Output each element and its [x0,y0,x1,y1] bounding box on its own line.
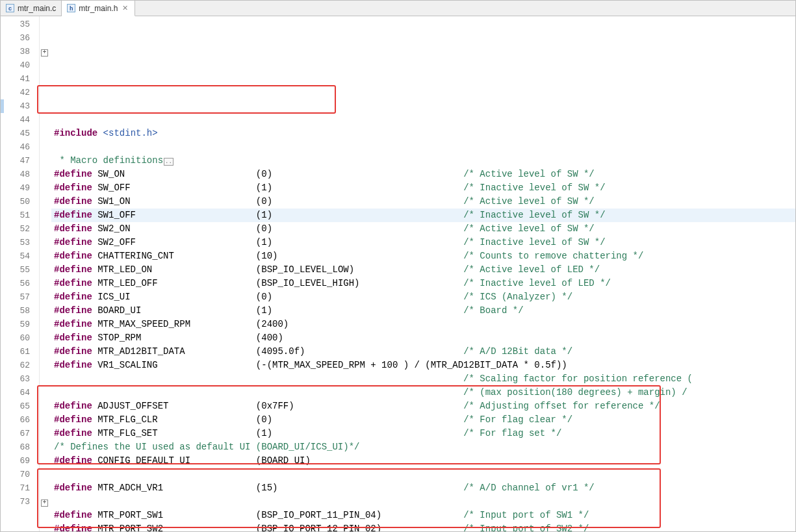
c-file-icon: c [6,4,14,12]
code-line[interactable]: #define CHATTERING_CNT (10) /* Counts to… [51,249,795,263]
code-area[interactable]: #include <stdint.h> * Macro definitions.… [51,16,795,531]
code-line[interactable]: #define MTR_PORT_SW1 (BSP_IO_PORT_11_PIN… [51,509,795,522]
h-file-icon: h [67,4,75,12]
code-line[interactable]: #define MTR_FLG_SET (1) /* For flag set … [51,427,795,440]
code-line[interactable]: #define VR1_SCALING (-(MTR_MAX_SPEED_RPM… [51,359,795,372]
code-line[interactable]: #define MTR_LED_OFF (BSP_IO_LEVEL_HIGH) … [51,277,795,290]
code-line[interactable]: #define SW1_ON (0) /* Active level of SW… [51,195,795,209]
tab-label: mtr_main.h [79,4,118,13]
fold-expand-icon[interactable]: + [41,49,48,57]
editor-window: c mtr_main.c h mtr_main.h ✕ 353638404142… [0,0,796,532]
code-line[interactable]: #define MTR_AD12BIT_DATA (4095.0f) /* A/… [51,345,795,359]
line-number-gutter: 3536384041424344454647484950515253545556… [1,16,40,531]
code-line[interactable]: #define ICS_UI (0) /* ICS (Analyzer) */ [51,290,795,304]
code-line[interactable] [51,495,795,509]
close-icon[interactable]: ✕ [121,4,129,12]
code-line[interactable]: #define SW_ON (0) /* Active level of SW … [51,168,795,181]
code-line[interactable]: #include <stdint.h> [51,127,795,140]
code-line[interactable]: #define ADJUST_OFFSET (0x7FF) /* Adjusti… [51,399,795,413]
code-line[interactable]: #define MTR_LED_ON (BSP_IO_LEVEL_LOW) /*… [51,263,795,277]
code-line[interactable] [51,140,795,154]
tab-label: mtr_main.c [18,4,56,13]
highlight-box-1 [37,85,336,114]
code-line[interactable]: #define MTR_FLG_CLR (0) /* For flag clea… [51,413,795,427]
code-line[interactable]: /* Defines the UI used as default UI (BO… [51,440,795,454]
fold-expand-icon[interactable]: + [41,500,48,507]
code-line[interactable]: #define SW1_OFF (1) /* Inactive level of… [51,209,795,222]
code-line[interactable]: #define SW2_ON (0) /* Active level of SW… [51,222,795,236]
code-line[interactable]: /* Scaling factor for position reference… [51,372,795,386]
code-line[interactable]: #define MTR_MAX_SPEED_RPM (2400) [51,318,795,331]
code-line[interactable]: /* (max position(180 degrees) + margin) … [51,386,795,399]
code-line[interactable]: * Macro definitions.. [51,154,795,168]
tab-bar: c mtr_main.c h mtr_main.h ✕ [1,1,795,16]
editor-body: 3536384041424344454647484950515253545556… [1,16,795,531]
code-line[interactable] [51,468,795,481]
code-line[interactable]: #define MTR_ADCH_VR1 (15) /* A/D channel… [51,481,795,495]
code-line[interactable]: #define STOP_RPM (400) [51,331,795,345]
tab-mtr-main-c[interactable]: c mtr_main.c [1,1,62,16]
code-line[interactable]: #define SW_OFF (1) /* Inactive level of … [51,181,795,195]
fold-strip: ++ [40,16,51,531]
code-line[interactable]: #define BOARD_UI (1) /* Board */ [51,304,795,318]
code-line[interactable]: #define SW2_OFF (1) /* Inactive level of… [51,236,795,249]
tab-mtr-main-h[interactable]: h mtr_main.h ✕ [62,1,135,16]
code-line[interactable]: #define MTR_PORT_SW2 (BSP_IO_PORT_12_PIN… [51,522,795,531]
code-line[interactable]: #define CONFIG_DEFAULT_UI (BOARD_UI) [51,454,795,468]
